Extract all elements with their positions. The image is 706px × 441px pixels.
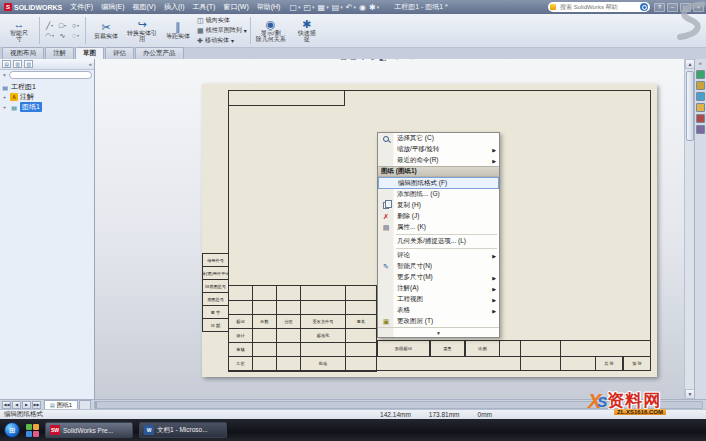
menu-section-sheet: 图纸 (图纸1) [378, 166, 499, 177]
open-button[interactable]: ◰▾ [303, 3, 316, 12]
scrollbar-thumb[interactable] [686, 71, 694, 141]
pinned-app-icon[interactable] [26, 424, 39, 437]
solidworks-window: S SOLIDWORKS 文件(F) 编辑(E) 视图(V) 插入(I) 工具(… [0, 0, 706, 441]
menu-item-add-sheet[interactable]: 添加图纸... (G) [378, 189, 499, 200]
menu-expand-button[interactable]: ▼ [378, 327, 499, 337]
rebuild-button[interactable]: ◉ [358, 3, 367, 12]
circle-tool-button[interactable]: ○▾ [69, 21, 82, 31]
taskbar-button-solidworks[interactable]: SW SolidWorks Pre... [45, 422, 133, 438]
menu-item-copy[interactable]: 复制 (H) [378, 200, 499, 211]
line-icon: ╱ [46, 22, 50, 30]
tab-evaluate[interactable]: 评估 [105, 47, 134, 59]
menu-tools[interactable]: 工具(T) [188, 0, 219, 14]
save-button[interactable]: ▦▾ [317, 3, 330, 12]
menu-item-drawing-views[interactable]: 工程视图 ▶ [378, 294, 499, 305]
tree-item-annotations[interactable]: + A 注解 [1, 92, 93, 102]
help-button[interactable]: ? [654, 3, 665, 12]
sheet-tab-icon: ▤ [50, 402, 55, 408]
display-delete-relations-button[interactable]: ◉ 显示/删 除几何关系 [254, 15, 288, 46]
tree-item-sheet1[interactable]: + ▤ 图纸1 [1, 102, 93, 112]
last-sheet-icon[interactable]: ▶▶ [32, 401, 41, 409]
tab-view-layout[interactable]: 视图布局 [2, 47, 44, 59]
menu-item-tables[interactable]: 表格 ▶ [378, 305, 499, 316]
ellipse-tool-button[interactable]: ◌▾ [69, 31, 82, 41]
tree-filter-input[interactable] [9, 71, 92, 79]
menu-window[interactable]: 窗口(W) [219, 0, 252, 14]
smart-dimension-button[interactable]: ↔ 智能尺 寸 [2, 15, 36, 46]
custom-properties-icon[interactable] [696, 125, 705, 134]
menu-item-delete[interactable]: ✗ 删除 (J) [378, 211, 499, 222]
menu-item-edit-sheet-format[interactable]: 编辑图纸格式 (F) [378, 177, 499, 189]
options-button[interactable]: ✱▾ [368, 3, 380, 12]
start-button[interactable]: ⊞ [4, 422, 20, 438]
file-explorer-icon[interactable] [696, 92, 705, 101]
propertymanager-tab-icon[interactable]: ▥ [13, 60, 22, 68]
menu-item-more-dimensions[interactable]: 更多尺寸(M) ▶ [378, 272, 499, 283]
quick-snaps-button[interactable]: ✱ 快速捕 捉 [290, 15, 324, 46]
expand-icon[interactable]: + [1, 94, 8, 100]
linear-sketch-pattern-button[interactable]: ▦线性草图阵列▾ [197, 26, 247, 35]
menu-view[interactable]: 视图(V) [129, 0, 160, 14]
rectangle-tool-button[interactable]: □▾ [56, 21, 69, 31]
taskbar-button-word[interactable]: W 文档1 - Microso... [139, 422, 227, 438]
offset-entities-button[interactable]: ∥ 等距实体 [161, 15, 195, 46]
titleblock-cell: 更改文件号 [300, 314, 346, 329]
menu-help[interactable]: 帮助(H) [253, 0, 285, 14]
relations-icon: ◉ [266, 19, 276, 30]
menu-item-recent-commands[interactable]: 最近的命令(R) ▶ [378, 155, 499, 166]
panel-tab-strip: ▤ ▥ ▧ « [0, 59, 94, 70]
line-tool-button[interactable]: ╱▾ [43, 21, 56, 31]
convert-entities-button[interactable]: ↪ 转换实体引用 [125, 15, 159, 46]
move-entities-button[interactable]: ✚移动实体▾ [197, 36, 247, 45]
solidworks-resources-icon[interactable] [696, 70, 705, 79]
search-icon[interactable] [640, 3, 648, 11]
menu-file[interactable]: 文件(F) [66, 0, 97, 14]
arc-tool-button[interactable]: ◠▾ [43, 31, 56, 41]
options-icon: ✱ [369, 3, 376, 12]
featuremanager-tab-icon[interactable]: ▤ [2, 60, 11, 68]
mirror-entities-button[interactable]: ◫镜向实体 [197, 16, 247, 25]
trim-entities-button[interactable]: ✂ 剪裁实体 [89, 15, 123, 46]
vertical-scrollbar[interactable]: ▲ ▼ [684, 59, 694, 399]
menu-item-smart-dimension[interactable]: ✎ 智能尺寸(N) [378, 261, 499, 272]
menu-item-relations-snaps-options[interactable]: 几何关系/捕捉选项... (L) [378, 236, 499, 247]
app-brand-text: SOLIDWORKS [14, 4, 62, 11]
spline-tool-button[interactable]: ∿ [56, 31, 69, 41]
tab-sketch[interactable]: 草图 [75, 47, 104, 59]
tree-root-drawing[interactable]: ▤ 工程图1 [1, 82, 93, 92]
tab-annotation[interactable]: 注解 [45, 47, 74, 59]
search-input[interactable] [558, 3, 640, 11]
menu-insert[interactable]: 插入(I) [160, 0, 189, 14]
print-button[interactable]: ▤▾ [331, 3, 344, 12]
submenu-arrow-icon: ▶ [492, 275, 496, 281]
new-icon: ▢ [289, 3, 297, 12]
view-palette-icon[interactable] [696, 103, 705, 112]
configurationmanager-tab-icon[interactable]: ▧ [24, 60, 33, 68]
menu-edit[interactable]: 编辑(E) [97, 0, 128, 14]
pointer-coordinates: 142.14mm 173.81mm 0mm [380, 411, 492, 418]
context-menu: 选择其它 (C) 缩放/平移/旋转 ▶ 最近的命令(R) ▶ 图纸 (图纸1) … [377, 132, 500, 338]
menu-item-comment[interactable]: 评论 ▶ [378, 250, 499, 261]
add-sheet-tab[interactable] [79, 400, 91, 409]
menu-item-properties[interactable]: ▤ 属性... (K) [378, 222, 499, 233]
expand-icon[interactable]: + [1, 104, 8, 110]
menu-item-annotations[interactable]: 注解(A) ▶ [378, 283, 499, 294]
menu-item-change-layer[interactable]: ▣ 更改图层 (T) [378, 316, 499, 327]
first-sheet-icon[interactable]: ◀◀ [2, 401, 11, 409]
collapse-panel-icon[interactable]: « [89, 61, 92, 67]
titleblock-cell: 分区 [276, 314, 301, 329]
sheet-tab-sheet1[interactable]: ▤ 图纸1 [44, 400, 78, 409]
next-sheet-icon[interactable]: ▶ [22, 401, 31, 409]
prev-sheet-icon[interactable]: ◀ [12, 401, 21, 409]
select-other-icon [381, 134, 391, 143]
task-pane-collapse-icon[interactable]: « [695, 59, 706, 68]
design-library-icon[interactable] [696, 81, 705, 90]
new-button[interactable]: ▢▾ [288, 3, 301, 12]
appearances-icon[interactable] [696, 114, 705, 123]
horizontal-scrollbar[interactable] [94, 401, 703, 409]
undo-button[interactable]: ↶▾ [345, 3, 357, 12]
tab-office-products[interactable]: 办公室产品 [135, 47, 184, 59]
menu-item-zoom-pan-rotate[interactable]: 缩放/平移/旋转 ▶ [378, 144, 499, 155]
titleblock-cell: 签名 [345, 314, 377, 329]
menu-item-select-other[interactable]: 选择其它 (C) [378, 133, 499, 144]
